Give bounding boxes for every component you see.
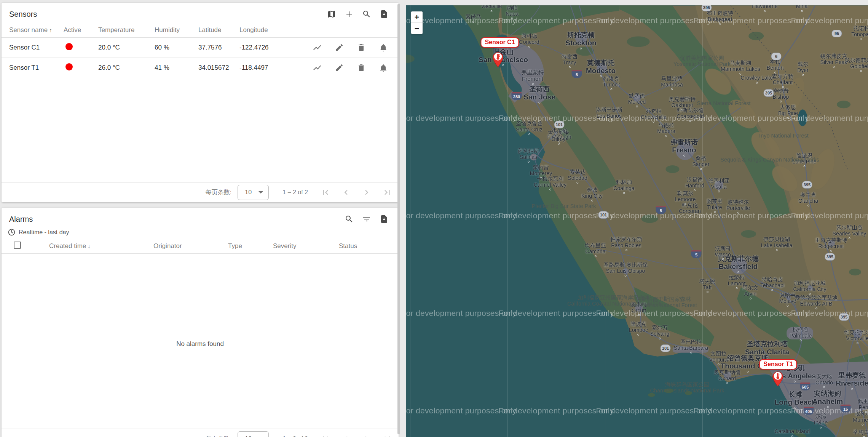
column-header-humidity[interactable]: Humidity — [155, 26, 198, 34]
map-city-label: 沃斯科Wasco — [715, 246, 731, 260]
map-view-button[interactable] — [326, 8, 338, 20]
map-canvas[interactable]: For development purposes onlyFor develop… — [406, 5, 868, 437]
map-city-label: 布里奇波特Bridgeport — [707, 10, 733, 25]
next-page-button[interactable] — [361, 186, 373, 198]
us-route-shield-395: 395 — [764, 89, 774, 97]
delete-button[interactable] — [355, 42, 367, 54]
humidity-cell: 60 % — [155, 44, 198, 51]
column-header-latitude[interactable]: Latitude — [198, 26, 239, 34]
first-page-button[interactable] — [319, 433, 332, 437]
interstate-shield-15: 15 — [841, 405, 851, 413]
interstate-shield-405: 405 — [804, 407, 814, 415]
column-header-type[interactable]: Type — [228, 242, 273, 250]
column-header-status[interactable]: Status — [339, 242, 399, 250]
map-city-label: 吉尔罗伊Gilroy — [548, 130, 569, 145]
interstate-shield-5: 5 — [572, 70, 582, 78]
map-city-label: 特哈奇皮Tehachapi — [760, 277, 785, 291]
sensor-name-cell: Sensor T1 — [2, 64, 64, 72]
column-header-temperature[interactable]: Temperature — [98, 26, 155, 34]
sensors-paginator: 每页条数: 10 1 – 2 of 2 — [2, 182, 399, 202]
map-city-label: Mina — [796, 5, 807, 12]
sensor-map-pin[interactable] — [492, 51, 504, 69]
sensors-toolbar — [326, 8, 390, 20]
map-tile-seam — [507, 5, 508, 437]
chevron-left-icon — [341, 434, 351, 437]
filter-icon — [362, 214, 371, 224]
last-page-button[interactable] — [381, 186, 393, 198]
sensors-table-body: Sensor C1 20.0 °C 60 % 37.7576 -122.4726… — [2, 38, 399, 78]
trash-icon — [357, 43, 366, 52]
page-size-select[interactable]: 10 — [238, 185, 269, 200]
map-city-label: 默塞德Merced — [628, 93, 646, 107]
map-city-label: Vacaville — [481, 5, 502, 12]
first-page-button[interactable] — [319, 186, 332, 198]
map-zoom-control: + − — [411, 11, 423, 34]
map-park-label: 海峡群岛国家公园Channel Islands National Park — [650, 381, 724, 394]
column-header-created-time[interactable]: Created time↓ — [49, 242, 153, 250]
map-park-label: Sierra National Forest — [697, 100, 750, 106]
next-page-button[interactable] — [361, 433, 373, 437]
us-route-shield-395: 395 — [702, 5, 712, 11]
map-city-label: 康科德Concord — [519, 33, 539, 48]
sort-asc-icon: ↑ — [49, 27, 52, 33]
delete-button[interactable] — [355, 62, 367, 74]
column-header-severity[interactable]: Severity — [273, 242, 339, 250]
previous-page-button[interactable] — [340, 433, 352, 437]
us-route-shield-101: 101 — [598, 211, 609, 219]
alarm-bell-button[interactable] — [377, 62, 389, 74]
map-city-label: Catalina Island — [775, 429, 810, 437]
map-city-label: 斯托克顿Stockton — [565, 31, 596, 50]
us-route-shield-395: 395 — [825, 253, 835, 261]
column-header-originator[interactable]: Originator — [153, 242, 228, 250]
edit-button[interactable] — [333, 62, 345, 74]
timeseries-chart-button[interactable] — [311, 42, 323, 54]
alarms-filter-button[interactable] — [361, 213, 373, 225]
last-page-button[interactable] — [381, 433, 393, 437]
edit-button[interactable] — [333, 42, 345, 54]
export-file-icon — [380, 214, 389, 224]
sensor-map-pin[interactable] — [772, 370, 784, 388]
thermometer-pin-icon — [492, 51, 504, 67]
marker-label: Sensor C1 — [480, 37, 519, 48]
time-window-selector[interactable]: Realtime - last day — [2, 227, 399, 239]
sensor-marker-tooltip[interactable]: Sensor C1 — [480, 37, 519, 48]
sensor-table-row[interactable]: Sensor C1 20.0 °C 60 % 37.7576 -122.4726 — [2, 38, 399, 58]
export-button[interactable] — [378, 8, 390, 20]
map-city-label: 戴尔Dyer — [797, 61, 809, 76]
map-city-label: 图莱里Tulare — [707, 198, 723, 213]
map-city-label: 弗雷斯诺Fresno — [670, 138, 698, 157]
select-all-checkbox[interactable] — [14, 242, 21, 249]
zoom-in-button[interactable]: + — [411, 11, 423, 22]
map-city-label: 圣塔克鲁兹Santa Cruz — [516, 121, 542, 135]
no-alarms-message: No alarms found — [176, 340, 224, 348]
bell-icon — [379, 43, 388, 52]
add-entity-button[interactable] — [343, 8, 355, 20]
sensors-table-header: Sensor name↑ Active Temperature Humidity… — [2, 22, 399, 38]
map-city-label: 萨利纳斯Salinas — [518, 148, 539, 163]
page-size-select[interactable]: 10 — [238, 431, 269, 437]
map-city-label: 科林加Coalinga — [613, 179, 634, 194]
trash-icon — [357, 63, 366, 72]
map-city-label: 伊莎贝拉湖Lake Isabella — [761, 237, 793, 251]
alarms-search-button[interactable] — [343, 213, 355, 225]
map-city-label: 科克伦Corcoran — [679, 202, 701, 217]
alarm-bell-button[interactable] — [377, 42, 389, 54]
clock-icon — [8, 228, 16, 236]
search-button[interactable] — [361, 8, 373, 20]
map-city-label: 佩里斯Perris — [858, 399, 868, 413]
sort-desc-icon: ↓ — [88, 243, 91, 249]
column-header-active[interactable]: Active — [64, 26, 98, 34]
sensor-marker-tooltip[interactable]: Sensor T1 — [759, 359, 797, 370]
map-park-label: Inyo National Forest — [759, 133, 809, 139]
column-header-longitude[interactable]: Longitude — [239, 26, 295, 34]
column-header-sensor-name[interactable]: Sensor name↑ — [2, 26, 64, 34]
map-city-label: 蒂梅库拉 — [853, 429, 868, 437]
alarms-export-button[interactable] — [378, 213, 390, 225]
dashboard-scrollbar[interactable] — [397, 4, 400, 434]
us-route-shield-95: 95 — [832, 30, 842, 37]
timeseries-chart-button[interactable] — [311, 62, 323, 74]
previous-page-button[interactable] — [340, 186, 352, 198]
zoom-out-button[interactable]: − — [411, 23, 423, 34]
interstate-shield-605: 605 — [800, 383, 811, 391]
sensor-table-row[interactable]: Sensor T1 26.0 °C 41 % 34.015672 -118.44… — [2, 58, 399, 78]
